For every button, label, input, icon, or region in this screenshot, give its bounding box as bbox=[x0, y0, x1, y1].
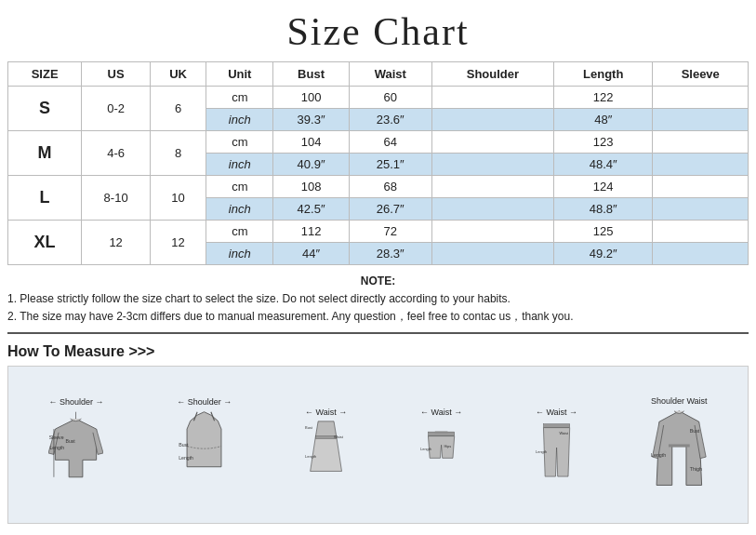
svg-text:Length: Length bbox=[305, 454, 316, 459]
divider bbox=[7, 332, 749, 334]
page-wrapper: Size Chart SIZE US UK Unit Bust Waist Sh… bbox=[0, 0, 756, 533]
cell-size: L bbox=[8, 176, 82, 221]
figure-skirt: ← Waist → Bust Waist Length bbox=[305, 408, 347, 482]
note-line: 2. The size may have 2-3cm differs due t… bbox=[7, 308, 749, 326]
cell-us: 0-2 bbox=[82, 87, 151, 131]
cell-sleeve-cm bbox=[653, 131, 749, 154]
cell-shoulder-inch bbox=[431, 198, 553, 221]
cell-bust-inch: 39.3″ bbox=[273, 109, 349, 131]
svg-rect-18 bbox=[669, 444, 690, 447]
cell-waist-cm: 64 bbox=[349, 131, 431, 154]
cell-shoulder-cm bbox=[431, 176, 553, 198]
cell-uk: 10 bbox=[151, 176, 206, 221]
cell-waist-cm: 68 bbox=[349, 176, 431, 198]
cell-size: S bbox=[8, 87, 82, 131]
cell-bust-cm: 112 bbox=[273, 221, 349, 243]
cell-us: 12 bbox=[82, 221, 151, 265]
svg-text:Sleeve: Sleeve bbox=[49, 435, 64, 440]
figure-shorts-svg: Length Hips bbox=[420, 419, 462, 482]
cell-length-cm: 125 bbox=[553, 221, 653, 243]
cell-uk: 6 bbox=[151, 87, 206, 131]
figure-skirt-svg: Bust Waist Length bbox=[305, 419, 347, 482]
cell-waist-inch: 26.7″ bbox=[349, 198, 431, 221]
svg-text:Length: Length bbox=[651, 452, 666, 458]
table-row: S 0-2 6 cm 100 60 122 bbox=[8, 87, 749, 109]
cell-us: 8-10 bbox=[82, 176, 151, 221]
col-bust: Bust bbox=[273, 62, 349, 87]
cell-shoulder-inch bbox=[431, 243, 553, 265]
cell-waist-cm: 60 bbox=[349, 87, 431, 109]
size-table: SIZE US UK Unit Bust Waist Shoulder Leng… bbox=[7, 61, 749, 265]
figure-jacket-label-top: ← Shoulder → bbox=[48, 397, 103, 407]
cell-bust-inch: 44″ bbox=[273, 243, 349, 265]
note-section: NOTE: 1. Please strictly follow the size… bbox=[7, 273, 749, 327]
figure-skirt-label-top: ← Waist → bbox=[305, 408, 347, 417]
cell-size: M bbox=[8, 131, 82, 176]
cell-unit-cm: cm bbox=[206, 221, 273, 243]
cell-unit-inch: inch bbox=[206, 198, 273, 221]
cell-bust-cm: 104 bbox=[273, 131, 349, 154]
page-title: Size Chart bbox=[7, 9, 749, 54]
svg-text:Bust: Bust bbox=[305, 425, 313, 430]
cell-unit-inch: inch bbox=[206, 154, 273, 176]
cell-length-cm: 124 bbox=[553, 176, 653, 198]
svg-text:Thigh: Thigh bbox=[690, 466, 702, 472]
cell-uk: 12 bbox=[151, 221, 206, 265]
figure-jacket: ← Shoulder → Length Bust Sleeve bbox=[48, 397, 103, 491]
svg-text:Waist: Waist bbox=[559, 431, 569, 435]
figure-vest-label-top: ← Shoulder → bbox=[177, 397, 232, 407]
figure-shorts: ← Waist → Length Hips bbox=[420, 408, 462, 482]
svg-rect-15 bbox=[543, 423, 569, 427]
cell-sleeve-inch bbox=[653, 198, 749, 221]
svg-text:Length: Length bbox=[50, 446, 65, 451]
how-to-measure-heading: How To Measure >>> bbox=[7, 343, 749, 360]
cell-unit-inch: inch bbox=[206, 243, 273, 265]
cell-sleeve-inch bbox=[653, 109, 749, 131]
col-shoulder: Shoulder bbox=[431, 62, 553, 87]
cell-uk: 8 bbox=[151, 131, 206, 176]
col-uk: UK bbox=[151, 62, 206, 87]
cell-length-inch: 48.8″ bbox=[553, 198, 653, 221]
cell-unit-inch: inch bbox=[206, 109, 273, 131]
cell-sleeve-inch bbox=[653, 243, 749, 265]
figure-jacket-svg: Length Bust Sleeve bbox=[48, 408, 103, 491]
note-label: NOTE: bbox=[7, 273, 749, 290]
figure-vest-svg: Bust Length bbox=[177, 408, 232, 491]
cell-length-cm: 123 bbox=[553, 131, 653, 154]
svg-text:Length: Length bbox=[420, 447, 431, 451]
figure-coat: Shoulder Waist Length Bust Thigh bbox=[651, 396, 708, 492]
cell-unit-cm: cm bbox=[206, 87, 273, 109]
cell-length-inch: 48″ bbox=[553, 109, 653, 131]
svg-text:Waist: Waist bbox=[334, 435, 344, 439]
cell-shoulder-inch bbox=[431, 154, 553, 176]
cell-length-inch: 48.4″ bbox=[553, 154, 653, 176]
svg-rect-12 bbox=[435, 431, 448, 433]
cell-length-inch: 49.2″ bbox=[553, 243, 653, 265]
cell-unit-cm: cm bbox=[206, 131, 273, 154]
cell-sleeve-cm bbox=[653, 87, 749, 109]
svg-text:Length: Length bbox=[179, 456, 193, 461]
table-row: L 8-10 10 cm 108 68 124 bbox=[8, 176, 749, 198]
figure-coat-label-top: Shoulder Waist bbox=[651, 396, 708, 406]
cell-shoulder-cm bbox=[431, 131, 553, 154]
cell-sleeve-cm bbox=[653, 221, 749, 243]
table-row: M 4-6 8 cm 104 64 123 bbox=[8, 131, 749, 154]
cell-length-cm: 122 bbox=[553, 87, 653, 109]
figure-vest: ← Shoulder → Bust Length bbox=[177, 397, 232, 491]
cell-bust-inch: 40.9″ bbox=[273, 154, 349, 176]
cell-sleeve-inch bbox=[653, 154, 749, 176]
svg-text:Hips: Hips bbox=[444, 444, 451, 448]
table-header-row: SIZE US UK Unit Bust Waist Shoulder Leng… bbox=[8, 62, 749, 87]
figure-pants-label-top: ← Waist → bbox=[536, 408, 577, 417]
cell-bust-cm: 100 bbox=[273, 87, 349, 109]
cell-unit-cm: cm bbox=[206, 176, 273, 198]
svg-text:Bust: Bust bbox=[179, 442, 189, 448]
cell-bust-cm: 108 bbox=[273, 176, 349, 198]
figure-pants: ← Waist → Length Waist bbox=[536, 408, 577, 482]
cell-size: XL bbox=[8, 221, 82, 265]
cell-waist-inch: 23.6″ bbox=[349, 109, 431, 131]
col-waist: Waist bbox=[349, 62, 431, 87]
cell-waist-inch: 25.1″ bbox=[349, 154, 431, 176]
col-length: Length bbox=[553, 62, 653, 87]
figure-pants-svg: Length Waist bbox=[536, 419, 577, 482]
